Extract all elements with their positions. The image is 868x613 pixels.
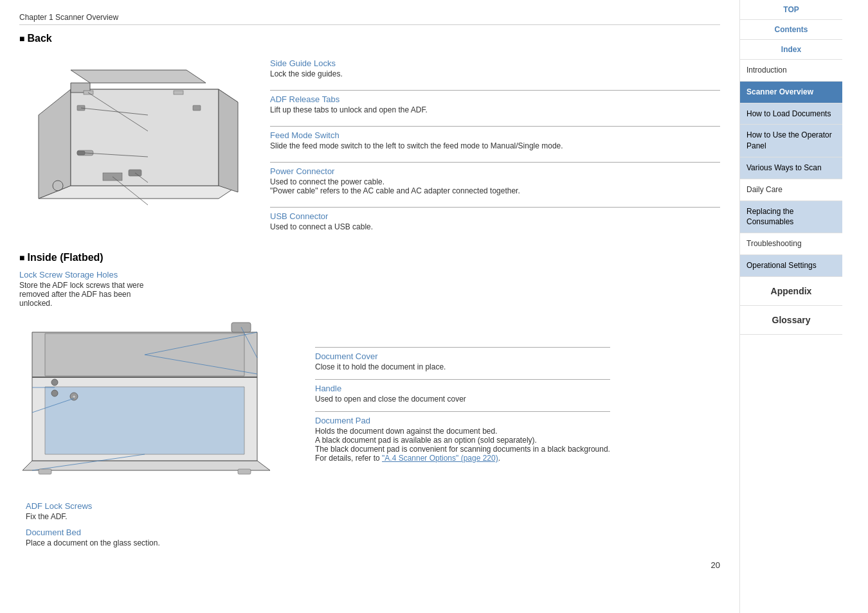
flatbed-section-header: Inside (Flatbed) <box>19 252 720 263</box>
callout-document-cover-desc: Close it to hold the document in place. <box>315 362 610 371</box>
main-content: Chapter 1 Scanner Overview Back <box>0 0 739 613</box>
callout-document-cover: Document Cover Close it to hold the docu… <box>315 347 610 371</box>
callout-document-bed-desc: Place a document on the glass section. <box>26 538 289 547</box>
svg-rect-10 <box>77 151 85 155</box>
back-scanner-svg <box>19 51 251 237</box>
svg-point-28 <box>51 379 58 386</box>
callout-side-guide-locks: Side Guide Locks Lock the side guides. <box>270 55 720 82</box>
document-pad-link[interactable]: "A.4 Scanner Options" (page 220) <box>382 454 498 463</box>
callout-document-cover-title: Document Cover <box>315 351 610 361</box>
svg-rect-12 <box>174 91 183 94</box>
callout-lock-screw: Lock Screw Storage Holes Store the ADF l… <box>19 270 289 308</box>
sidebar-scanner-overview-label: Scanner Overview <box>746 87 813 96</box>
flatbed-bottom-callouts-left: ADF Lock Screws Fix the ADF. Document Be… <box>19 501 289 547</box>
sidebar: TOP Contents Index Introduction Scanner … <box>739 0 842 613</box>
flatbed-left-callouts: Lock Screw Storage Holes Store the ADF l… <box>19 270 289 308</box>
callout-lock-screw-desc: Store the ADF lock screws that wereremov… <box>19 281 289 308</box>
sidebar-item-various-ways[interactable]: Various Ways to Scan <box>740 157 842 179</box>
sidebar-item-troubleshooting[interactable]: Troubleshooting <box>740 233 842 255</box>
callout-document-bed-title: Document Bed <box>26 528 289 537</box>
sidebar-item-appendix[interactable]: Appendix <box>740 277 842 306</box>
callout-feed-mode-switch-title: Feed Mode Switch <box>270 130 720 140</box>
svg-marker-5 <box>71 70 206 83</box>
flatbed-diagram-container: Lock Screw Storage Holes Store the ADF l… <box>19 270 720 547</box>
sidebar-top: TOP Contents Index <box>740 0 842 60</box>
callout-adf-lock-screws-desc: Fix the ADF. <box>26 512 289 521</box>
sidebar-replacing-consumables-label: Replacing the Consumables <box>746 207 793 227</box>
callout-handle: Handle Used to open and close the docume… <box>315 379 610 404</box>
chapter-title: Chapter 1 Scanner Overview <box>19 13 720 25</box>
svg-marker-22 <box>23 461 270 470</box>
callout-feed-mode-switch: Feed Mode Switch Slide the feed mode swi… <box>270 126 720 154</box>
svg-point-29 <box>51 390 58 396</box>
page-number: 20 <box>19 560 720 570</box>
callout-handle-desc: Used to open and close the document cove… <box>315 395 610 404</box>
flatbed-section-title: Inside (Flatbed) <box>27 252 103 263</box>
callout-adf-lock-screws-title: ADF Lock Screws <box>26 501 289 511</box>
callout-side-guide-locks-title: Side Guide Locks <box>270 58 720 68</box>
callout-usb-connector-desc: Used to connect a USB cable. <box>270 222 720 231</box>
back-scanner-image <box>19 51 251 239</box>
svg-rect-40 <box>238 469 251 474</box>
callout-document-pad-title: Document Pad <box>315 416 610 425</box>
flatbed-right-callouts: Document Cover Close it to hold the docu… <box>315 347 610 547</box>
callout-side-guide-locks-desc: Lock the side guides. <box>270 69 720 78</box>
callout-feed-mode-switch-desc: Slide the feed mode switch to the left t… <box>270 141 720 150</box>
callout-adf-release-tabs-title: ADF Release Tabs <box>270 94 720 104</box>
svg-marker-0 <box>39 186 238 199</box>
callout-power-connector: Power Connector Used to connect the powe… <box>270 162 720 199</box>
sidebar-introduction-label: Introduction <box>746 66 787 75</box>
flatbed-left-area: Lock Screw Storage Holes Store the ADF l… <box>19 270 289 547</box>
callout-lock-screw-title: Lock Screw Storage Holes <box>19 270 118 280</box>
callout-usb-connector-title: USB Connector <box>270 211 720 221</box>
callout-document-bed: Document Bed Place a document on the gla… <box>26 528 289 547</box>
back-diagram-container: Side Guide Locks Lock the side guides. A… <box>19 51 720 239</box>
sidebar-operator-panel-label: How to Use the Operator Panel <box>746 130 832 150</box>
back-callouts: Side Guide Locks Lock the side guides. A… <box>251 51 720 239</box>
callout-document-pad: Document Pad Holds the document down aga… <box>315 411 610 463</box>
flatbed-image-wrapper: + <box>19 313 289 547</box>
callout-adf-release-tabs: ADF Release Tabs Lift up these tabs to u… <box>270 90 720 118</box>
flatbed-section: Inside (Flatbed) Lock Screw Storage Hole… <box>19 252 720 547</box>
callout-usb-connector: USB Connector Used to connect a USB cabl… <box>270 207 720 235</box>
sidebar-item-replacing-consumables[interactable]: Replacing the Consumables <box>740 201 842 234</box>
sidebar-various-ways-label: Various Ways to Scan <box>746 163 822 172</box>
sidebar-contents-btn[interactable]: Contents <box>740 20 842 40</box>
callout-adf-release-tabs-desc: Lift up these tabs to unlock and open th… <box>270 105 720 114</box>
svg-marker-2 <box>39 89 71 199</box>
callout-power-connector-desc: Used to connect the power cable. "Power … <box>270 177 720 195</box>
sidebar-item-introduction[interactable]: Introduction <box>740 60 842 82</box>
svg-rect-39 <box>39 469 51 474</box>
flatbed-scanner-svg: + <box>19 313 276 512</box>
sidebar-item-operator-panel[interactable]: How to Use the Operator Panel <box>740 125 842 157</box>
sidebar-troubleshooting-label: Troubleshooting <box>746 239 802 248</box>
callout-document-pad-desc: Holds the document down against the docu… <box>315 427 610 463</box>
sidebar-how-to-load-label: How to Load Documents <box>746 109 831 118</box>
back-section-header: Back <box>19 33 720 44</box>
sidebar-item-scanner-overview[interactable]: Scanner Overview <box>740 82 842 103</box>
svg-rect-14 <box>193 105 201 111</box>
sidebar-operational-settings-label: Operational Settings <box>746 261 817 270</box>
sidebar-top-btn[interactable]: TOP <box>740 0 842 20</box>
back-section-title: Back <box>27 33 51 44</box>
callout-handle-title: Handle <box>315 384 610 393</box>
sidebar-item-how-to-load[interactable]: How to Load Documents <box>740 103 842 125</box>
sidebar-index-btn[interactable]: Index <box>740 40 842 60</box>
svg-marker-4 <box>219 89 238 192</box>
sidebar-item-operational-settings[interactable]: Operational Settings <box>740 255 842 277</box>
callout-adf-lock-screws: ADF Lock Screws Fix the ADF. <box>26 501 289 521</box>
sidebar-item-daily-care[interactable]: Daily Care <box>740 179 842 201</box>
callout-power-connector-title: Power Connector <box>270 166 720 176</box>
sidebar-daily-care-label: Daily Care <box>746 185 782 194</box>
sidebar-item-glossary[interactable]: Glossary <box>740 306 842 335</box>
sidebar-appendix-label: Appendix <box>771 286 812 296</box>
sidebar-glossary-label: Glossary <box>772 315 811 325</box>
svg-marker-3 <box>71 89 219 186</box>
